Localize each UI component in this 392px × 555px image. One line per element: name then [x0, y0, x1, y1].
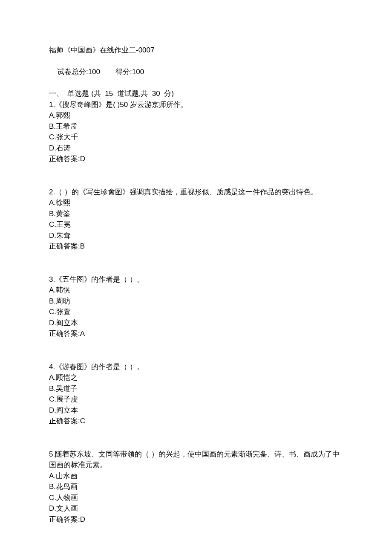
question-option: B.花鸟画: [49, 481, 343, 492]
question-block: 4.《游春图》的作者是（ ）。A.顾恺之B.吴道子C.展子虔D.阎立本正确答案:…: [49, 361, 343, 427]
question-option: A.徐熙: [49, 197, 343, 208]
obtained-score-label: 得分:100: [115, 68, 144, 76]
question-option: A.山水画: [49, 471, 343, 482]
correct-answer: 正确答案:D: [49, 514, 343, 525]
correct-answer: 正确答案:D: [49, 153, 343, 165]
question-block: 2.（ ）的《写生珍禽图》强调真实描绘，重视形似、质感是这一件作品的突出特色。A…: [49, 187, 343, 252]
total-score-label: 试卷总分:100: [57, 68, 100, 76]
score-line: 试卷总分:100得分:100: [49, 56, 343, 89]
question-option: B.黄筌: [49, 208, 343, 220]
question-option: D.文人画: [49, 503, 343, 514]
question-option: C.王冕: [49, 219, 343, 230]
question-option: B.周昉: [49, 296, 343, 307]
correct-answer: 正确答案:A: [49, 328, 343, 339]
questions-list: 1.《搜尽奇峰图》是( )50 岁云游京师所作。A.郭熙B.王希孟C.张大千D.…: [49, 99, 343, 525]
question-option: C.人物画: [49, 492, 343, 503]
question-option: B.王希孟: [49, 121, 343, 132]
question-stem: 3.《五牛图》的作者是（ ）。: [49, 274, 343, 285]
section-header: 一、 单选题 (共 15 道试题,共 30 分): [49, 88, 343, 99]
exam-title: 福师《中国画》在线作业二-0007: [49, 45, 343, 56]
question-option: C.张大千: [49, 132, 343, 143]
exam-header: 福师《中国画》在线作业二-0007 试卷总分:100得分:100 一、 单选题 …: [49, 45, 343, 99]
question-block: 5.随着苏东坡、文同等带领的（ ）的兴起，使中国画的元素渐渐完备、诗、书、画成为…: [49, 449, 343, 525]
question-stem: 1.《搜尽奇峰图》是( )50 岁云游京师所作。: [49, 99, 343, 110]
question-stem: 5.随着苏东坡、文同等带领的（ ）的兴起，使中国画的元素渐渐完备、诗、书、画成为…: [49, 449, 343, 471]
question-stem: 4.《游春图》的作者是（ ）。: [49, 361, 343, 373]
question-option: D.朱耷: [49, 230, 343, 241]
question-stem: 2.（ ）的《写生珍禽图》强调真实描绘，重视形似、质感是这一件作品的突出特色。: [49, 187, 343, 198]
question-option: C.展子虔: [49, 394, 343, 405]
question-option: A.郭熙: [49, 110, 343, 121]
question-block: 3.《五牛图》的作者是（ ）。A.韩愰B.周昉C.张萱D.阎立本正确答案:A: [49, 274, 343, 339]
question-block: 1.《搜尽奇峰图》是( )50 岁云游京师所作。A.郭熙B.王希孟C.张大千D.…: [49, 99, 343, 165]
question-option: A.顾恺之: [49, 372, 343, 383]
question-option: A.韩愰: [49, 285, 343, 296]
question-option: B.吴道子: [49, 383, 343, 394]
correct-answer: 正确答案:B: [49, 241, 343, 252]
question-option: D.石涛: [49, 143, 343, 154]
question-option: D.阎立本: [49, 318, 343, 329]
correct-answer: 正确答案:C: [49, 416, 343, 427]
question-option: C.张萱: [49, 306, 343, 318]
question-option: D.阎立本: [49, 405, 343, 416]
